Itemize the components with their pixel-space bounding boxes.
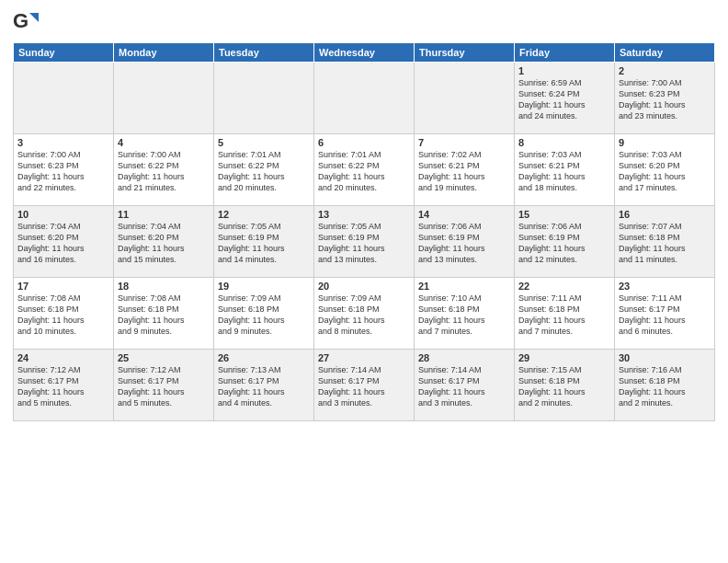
weekday-friday: Friday — [515, 43, 615, 63]
day-number: 29 — [518, 352, 610, 363]
weekday-saturday: Saturday — [615, 43, 715, 63]
calendar-cell: 10Sunrise: 7:04 AM Sunset: 6:20 PM Dayli… — [14, 206, 114, 278]
day-number: 11 — [118, 209, 210, 220]
day-detail: Sunrise: 7:12 AM Sunset: 6:17 PM Dayligh… — [118, 364, 210, 409]
day-number: 27 — [318, 352, 410, 363]
weekday-monday: Monday — [114, 43, 214, 63]
weekday-thursday: Thursday — [415, 43, 515, 63]
logo-icon: G — [13, 9, 39, 35]
calendar-cell: 22Sunrise: 7:11 AM Sunset: 6:18 PM Dayli… — [515, 278, 615, 350]
day-number: 18 — [118, 281, 210, 292]
calendar-cell: 14Sunrise: 7:06 AM Sunset: 6:19 PM Dayli… — [415, 206, 515, 278]
calendar-cell: 8Sunrise: 7:03 AM Sunset: 6:21 PM Daylig… — [515, 134, 615, 206]
calendar-cell: 9Sunrise: 7:03 AM Sunset: 6:20 PM Daylig… — [615, 134, 715, 206]
calendar-cell: 27Sunrise: 7:14 AM Sunset: 6:17 PM Dayli… — [314, 350, 415, 421]
calendar-cell — [14, 63, 114, 134]
day-number: 5 — [218, 137, 310, 148]
calendar-cell: 13Sunrise: 7:05 AM Sunset: 6:19 PM Dayli… — [314, 206, 415, 278]
day-number: 14 — [418, 209, 510, 220]
day-number: 17 — [17, 281, 109, 292]
day-detail: Sunrise: 7:06 AM Sunset: 6:19 PM Dayligh… — [518, 221, 610, 266]
day-detail: Sunrise: 7:06 AM Sunset: 6:19 PM Dayligh… — [418, 221, 510, 266]
day-number: 20 — [318, 281, 410, 292]
day-detail: Sunrise: 7:14 AM Sunset: 6:17 PM Dayligh… — [418, 364, 510, 409]
day-detail: Sunrise: 7:03 AM Sunset: 6:20 PM Dayligh… — [619, 149, 711, 194]
day-detail: Sunrise: 7:00 AM Sunset: 6:23 PM Dayligh… — [17, 149, 109, 194]
day-number: 26 — [218, 352, 310, 363]
day-number: 4 — [118, 137, 210, 148]
day-number: 9 — [619, 137, 711, 148]
week-row-4: 24Sunrise: 7:12 AM Sunset: 6:17 PM Dayli… — [14, 350, 715, 421]
calendar-cell: 1Sunrise: 6:59 AM Sunset: 6:24 PM Daylig… — [515, 63, 615, 134]
svg-text:G: G — [13, 9, 28, 32]
calendar-cell: 7Sunrise: 7:02 AM Sunset: 6:21 PM Daylig… — [415, 134, 515, 206]
day-detail: Sunrise: 7:10 AM Sunset: 6:18 PM Dayligh… — [418, 293, 510, 338]
day-detail: Sunrise: 7:04 AM Sunset: 6:20 PM Dayligh… — [17, 221, 109, 266]
calendar-cell: 19Sunrise: 7:09 AM Sunset: 6:18 PM Dayli… — [214, 278, 314, 350]
day-number: 23 — [619, 281, 711, 292]
calendar-cell: 30Sunrise: 7:16 AM Sunset: 6:18 PM Dayli… — [615, 350, 715, 421]
calendar-cell — [114, 63, 214, 134]
calendar-cell: 6Sunrise: 7:01 AM Sunset: 6:22 PM Daylig… — [314, 134, 415, 206]
day-detail: Sunrise: 7:09 AM Sunset: 6:18 PM Dayligh… — [218, 293, 310, 338]
week-row-1: 3Sunrise: 7:00 AM Sunset: 6:23 PM Daylig… — [14, 134, 715, 206]
week-row-3: 17Sunrise: 7:08 AM Sunset: 6:18 PM Dayli… — [14, 278, 715, 350]
calendar-cell: 18Sunrise: 7:08 AM Sunset: 6:18 PM Dayli… — [114, 278, 214, 350]
day-detail: Sunrise: 7:11 AM Sunset: 6:17 PM Dayligh… — [619, 293, 711, 338]
day-number: 19 — [218, 281, 310, 292]
day-detail: Sunrise: 7:15 AM Sunset: 6:18 PM Dayligh… — [518, 364, 610, 409]
day-number: 15 — [518, 209, 610, 220]
logo: G — [13, 9, 40, 35]
week-row-2: 10Sunrise: 7:04 AM Sunset: 6:20 PM Dayli… — [14, 206, 715, 278]
calendar-cell — [214, 63, 314, 134]
day-number: 6 — [318, 137, 410, 148]
calendar-cell: 29Sunrise: 7:15 AM Sunset: 6:18 PM Dayli… — [515, 350, 615, 421]
day-detail: Sunrise: 7:12 AM Sunset: 6:17 PM Dayligh… — [17, 364, 109, 409]
day-detail: Sunrise: 6:59 AM Sunset: 6:24 PM Dayligh… — [518, 77, 610, 122]
day-number: 16 — [619, 209, 711, 220]
day-number: 7 — [418, 137, 510, 148]
day-number: 3 — [17, 137, 109, 148]
weekday-tuesday: Tuesday — [214, 43, 314, 63]
calendar-cell: 3Sunrise: 7:00 AM Sunset: 6:23 PM Daylig… — [14, 134, 114, 206]
day-detail: Sunrise: 7:14 AM Sunset: 6:17 PM Dayligh… — [318, 364, 410, 409]
calendar-cell: 16Sunrise: 7:07 AM Sunset: 6:18 PM Dayli… — [615, 206, 715, 278]
day-number: 30 — [619, 352, 711, 363]
calendar-cell: 21Sunrise: 7:10 AM Sunset: 6:18 PM Dayli… — [415, 278, 515, 350]
day-number: 24 — [17, 352, 109, 363]
calendar-cell: 20Sunrise: 7:09 AM Sunset: 6:18 PM Dayli… — [314, 278, 415, 350]
page-header: G — [13, 9, 715, 35]
day-detail: Sunrise: 7:11 AM Sunset: 6:18 PM Dayligh… — [518, 293, 610, 338]
day-detail: Sunrise: 7:00 AM Sunset: 6:22 PM Dayligh… — [118, 149, 210, 194]
calendar-cell: 5Sunrise: 7:01 AM Sunset: 6:22 PM Daylig… — [214, 134, 314, 206]
weekday-wednesday: Wednesday — [314, 43, 415, 63]
day-number: 28 — [418, 352, 510, 363]
calendar-cell: 24Sunrise: 7:12 AM Sunset: 6:17 PM Dayli… — [14, 350, 114, 421]
calendar-body: 1Sunrise: 6:59 AM Sunset: 6:24 PM Daylig… — [14, 63, 715, 421]
day-detail: Sunrise: 7:05 AM Sunset: 6:19 PM Dayligh… — [218, 221, 310, 266]
calendar-cell: 11Sunrise: 7:04 AM Sunset: 6:20 PM Dayli… — [114, 206, 214, 278]
calendar-cell: 2Sunrise: 7:00 AM Sunset: 6:23 PM Daylig… — [615, 63, 715, 134]
day-detail: Sunrise: 7:03 AM Sunset: 6:21 PM Dayligh… — [518, 149, 610, 194]
calendar-cell: 23Sunrise: 7:11 AM Sunset: 6:17 PM Dayli… — [615, 278, 715, 350]
day-number: 8 — [518, 137, 610, 148]
day-detail: Sunrise: 7:02 AM Sunset: 6:21 PM Dayligh… — [418, 149, 510, 194]
weekday-header-row: SundayMondayTuesdayWednesdayThursdayFrid… — [14, 43, 715, 63]
day-detail: Sunrise: 7:01 AM Sunset: 6:22 PM Dayligh… — [218, 149, 310, 194]
day-detail: Sunrise: 7:09 AM Sunset: 6:18 PM Dayligh… — [318, 293, 410, 338]
week-row-0: 1Sunrise: 6:59 AM Sunset: 6:24 PM Daylig… — [14, 63, 715, 134]
day-detail: Sunrise: 7:01 AM Sunset: 6:22 PM Dayligh… — [318, 149, 410, 194]
day-number: 12 — [218, 209, 310, 220]
day-detail: Sunrise: 7:08 AM Sunset: 6:18 PM Dayligh… — [118, 293, 210, 338]
day-number: 1 — [518, 65, 610, 76]
calendar-cell: 26Sunrise: 7:13 AM Sunset: 6:17 PM Dayli… — [214, 350, 314, 421]
day-number: 2 — [619, 65, 711, 76]
day-number: 22 — [518, 281, 610, 292]
day-number: 21 — [418, 281, 510, 292]
calendar-cell: 15Sunrise: 7:06 AM Sunset: 6:19 PM Dayli… — [515, 206, 615, 278]
day-detail: Sunrise: 7:13 AM Sunset: 6:17 PM Dayligh… — [218, 364, 310, 409]
day-detail: Sunrise: 7:05 AM Sunset: 6:19 PM Dayligh… — [318, 221, 410, 266]
calendar-cell — [415, 63, 515, 134]
calendar-cell — [314, 63, 415, 134]
day-detail: Sunrise: 7:08 AM Sunset: 6:18 PM Dayligh… — [17, 293, 109, 338]
